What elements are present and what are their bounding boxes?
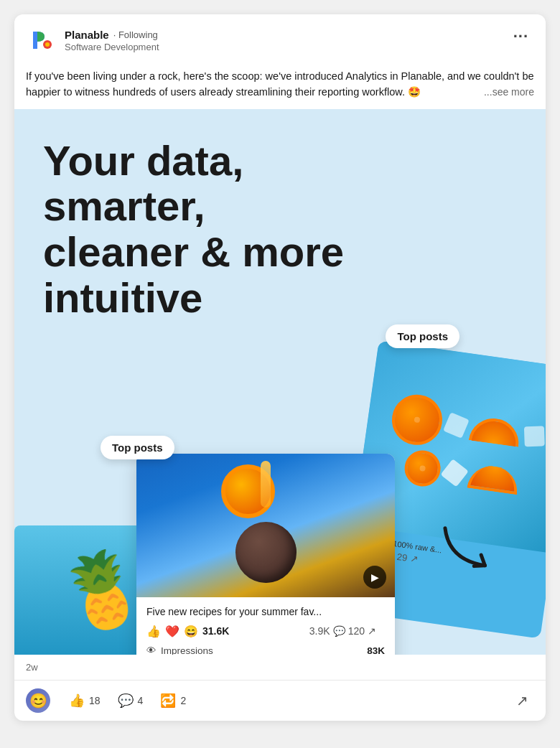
reaction-count: 31.6K — [202, 625, 229, 637]
reaction-emoji-1: 👍 — [146, 625, 161, 638]
comment-count-val: 3.9K — [309, 625, 330, 637]
post-timestamp: 2w — [14, 655, 546, 677]
orange-half-2 — [467, 462, 521, 494]
post-actions-bar: 😊 👍 18 💬 4 🔁 2 ↗ — [14, 683, 546, 721]
video-play-badge: ▶ — [363, 566, 386, 589]
image-headline: Your data, smarter,cleaner & moreintuiti… — [43, 138, 345, 321]
post-header: Planable · Following Software Developmen… — [14, 14, 546, 66]
comment-count-action: 4 — [138, 695, 144, 706]
svg-point-3 — [45, 42, 50, 47]
reactions-row: 👍 ❤️ 😄 31.6K 3.9K 💬 120 ↗ — [146, 625, 385, 638]
orange-circle-2 — [402, 448, 442, 488]
comment-icon: 💬 — [333, 625, 345, 637]
comment-icon: 💬 — [118, 693, 134, 709]
sub-card-body: Five new recipes for your summer fav... … — [136, 597, 395, 655]
company-logo[interactable] — [26, 24, 57, 56]
like-button[interactable]: 👍 18 — [60, 688, 109, 713]
main-sub-card: ▶ Five new recipes for your summer fav..… — [136, 454, 395, 655]
share-button[interactable]: ↗ — [510, 688, 534, 714]
divider — [14, 680, 546, 681]
company-subtitle: Software Development — [65, 42, 534, 52]
post-image-area: Your data, smarter,cleaner & moreintuiti… — [14, 109, 546, 655]
following-badge: · Following — [113, 29, 158, 40]
sub-card-image: ▶ — [136, 454, 395, 597]
post-text: If you've been living under a rock, here… — [14, 66, 546, 109]
repost-icon: 🔁 — [160, 693, 176, 709]
company-name-row: Planable · Following — [65, 29, 534, 41]
repost-count: 2 — [180, 695, 186, 706]
impressions-stat: 👁 Impressions 83K — [146, 645, 385, 655]
user-avatar: 😊 — [26, 688, 50, 713]
orange-half-1 — [469, 414, 522, 446]
reaction-emoji-2: ❤️ — [165, 625, 179, 638]
sub-card-title: Five new recipes for your summer fav... — [146, 606, 385, 617]
see-more-button[interactable]: ...see more — [484, 85, 534, 100]
post-body-text: If you've been living under a rock, here… — [26, 70, 534, 98]
top-posts-badge-lower: Top posts — [101, 436, 174, 459]
impressions-label: 👁 Impressions — [146, 645, 213, 655]
share-icon: ↗ — [368, 625, 376, 637]
bg-stat-29: 29 — [396, 551, 408, 564]
headline-text: Your data, smarter,cleaner & moreintuiti… — [43, 137, 344, 321]
like-count: 18 — [89, 695, 101, 706]
company-info: Planable · Following Software Developmen… — [65, 29, 534, 52]
share-icon-right: ↗ — [516, 693, 528, 709]
ice-cube-1 — [443, 412, 470, 439]
impressions-icon: 👁 — [146, 645, 157, 655]
more-options-button[interactable]: ··· — [508, 24, 534, 49]
comment-stat: 3.9K 💬 120 ↗ — [309, 625, 376, 637]
ice-cube-2 — [524, 426, 545, 447]
bg-share-icon: ↗ — [409, 553, 419, 564]
company-name[interactable]: Planable — [65, 29, 109, 41]
comment-button[interactable]: 💬 4 — [109, 688, 152, 713]
share-count-val: 120 — [348, 625, 365, 637]
reaction-emoji-3: 😄 — [184, 625, 198, 638]
repost-button[interactable]: 🔁 2 — [151, 688, 195, 713]
top-posts-badge-upper: Top posts — [386, 324, 459, 348]
linkedin-post-card: Planable · Following Software Developmen… — [14, 14, 546, 721]
ice-cube-3 — [441, 459, 469, 487]
impressions-value: 83K — [367, 645, 385, 655]
orange-circle-1 — [388, 391, 445, 448]
like-icon: 👍 — [69, 693, 85, 709]
